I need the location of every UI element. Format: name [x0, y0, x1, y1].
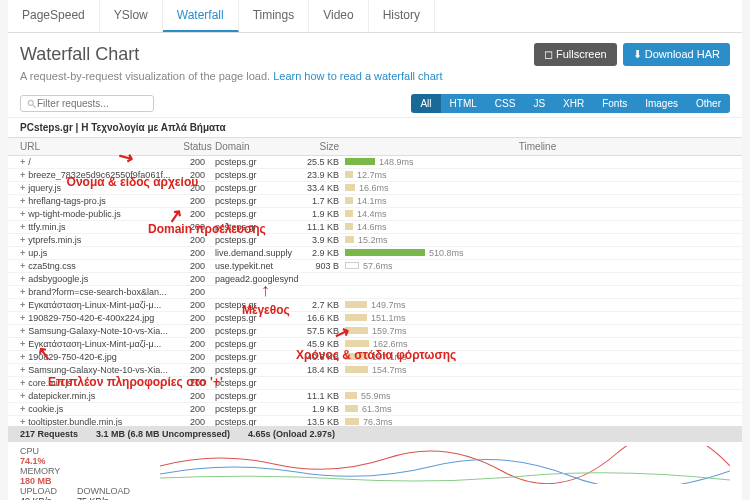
- table-row[interactable]: +breeze_7832e5d9c62550f9fa061f...200pcst…: [8, 169, 742, 182]
- filter-all[interactable]: All: [411, 94, 440, 113]
- search-input[interactable]: [37, 98, 147, 109]
- table-row[interactable]: +ytprefs.min.js200pcsteps.gr3.9 KB15.2ms: [8, 234, 742, 247]
- tab-timings[interactable]: Timings: [239, 0, 310, 32]
- table-row[interactable]: +190829-750-420-€.jpg200pcsteps.gr40.6 K…: [8, 351, 742, 364]
- table-row[interactable]: +jquery.js200pcsteps.gr33.4 KB16.6ms: [8, 182, 742, 195]
- table-row[interactable]: +datepicker.min.js200pcsteps.gr11.1 KB55…: [8, 390, 742, 403]
- col-status[interactable]: Status: [180, 141, 215, 152]
- table-row[interactable]: +core.min.js200pcsteps.gr: [8, 377, 742, 390]
- tab-pagespeed[interactable]: PageSpeed: [8, 0, 100, 32]
- fullscreen-button[interactable]: ◻ Fullscreen: [534, 43, 617, 66]
- col-domain[interactable]: Domain: [215, 141, 295, 152]
- expand-icon[interactable]: +: [20, 209, 25, 219]
- col-url[interactable]: URL: [20, 141, 180, 152]
- expand-icon[interactable]: +: [20, 248, 25, 258]
- table-row[interactable]: +ttfy.min.js200pcsteps.gr11.1 KB14.6ms: [8, 221, 742, 234]
- filter-css[interactable]: CSS: [486, 94, 525, 113]
- subtitle: A request-by-request visualization of th…: [8, 70, 742, 90]
- expand-icon[interactable]: +: [20, 417, 25, 426]
- metrics-graph: [160, 446, 730, 484]
- filter-other[interactable]: Other: [687, 94, 730, 113]
- table-row[interactable]: +cookie.js200pcsteps.gr1.9 KB61.3ms: [8, 403, 742, 416]
- summary-bar: 217 Requests 3.1 MB (6.8 MB Uncompressed…: [8, 426, 742, 442]
- filter-html[interactable]: HTML: [441, 94, 486, 113]
- learn-link[interactable]: Learn how to read a waterfall chart: [273, 70, 442, 82]
- expand-icon[interactable]: +: [20, 183, 25, 193]
- table-row[interactable]: +up.js200live.demand.supply2.9 KB510.8ms: [8, 247, 742, 260]
- expand-icon[interactable]: +: [20, 222, 25, 232]
- col-timeline[interactable]: Timeline: [345, 141, 730, 152]
- expand-icon[interactable]: +: [20, 378, 25, 388]
- table-row[interactable]: +Samsung-Galaxy-Note-10-vs-Xia...200pcst…: [8, 364, 742, 377]
- expand-icon[interactable]: +: [20, 300, 25, 310]
- expand-icon[interactable]: +: [20, 365, 25, 375]
- tab-history[interactable]: History: [369, 0, 435, 32]
- tab-video[interactable]: Video: [309, 0, 368, 32]
- expand-icon[interactable]: +: [20, 157, 25, 167]
- expand-icon[interactable]: +: [20, 391, 25, 401]
- table-row[interactable]: +hreflang-tags-pro.js200pcsteps.gr1.7 KB…: [8, 195, 742, 208]
- table-row[interactable]: +190829-750-420-€-400x224.jpg200pcsteps.…: [8, 312, 742, 325]
- table-row[interactable]: +adsbygoogle.js200pagead2.googlesynd: [8, 273, 742, 286]
- table-row[interactable]: +brand?form=cse-search-box&lan...200: [8, 286, 742, 299]
- filter-xhr[interactable]: XHR: [554, 94, 593, 113]
- tab-yslow[interactable]: YSlow: [100, 0, 163, 32]
- expand-icon[interactable]: +: [20, 352, 25, 362]
- table-row[interactable]: +cza5tng.css200use.typekit.net903 B57.6m…: [8, 260, 742, 273]
- expand-icon[interactable]: +: [20, 339, 25, 349]
- metrics-row: CPU 74.1% MEMORY 180 MB UPLOAD40 KB/s DO…: [8, 442, 742, 500]
- svg-point-0: [28, 100, 33, 105]
- download-har-button[interactable]: ⬇ Download HAR: [623, 43, 730, 66]
- search-icon: [27, 99, 37, 109]
- expand-icon[interactable]: +: [20, 326, 25, 336]
- main-tabs: PageSpeedYSlowWaterfallTimingsVideoHisto…: [8, 0, 742, 33]
- filter-group: AllHTMLCSSJSXHRFontsImagesOther: [411, 94, 730, 113]
- expand-icon[interactable]: +: [20, 196, 25, 206]
- expand-icon[interactable]: +: [20, 287, 25, 297]
- har-page-title: PCsteps.gr | Η Τεχνολογία με Απλά Βήματα: [8, 118, 742, 138]
- table-row[interactable]: +wp-tight-mode-public.js200pcsteps.gr1.9…: [8, 208, 742, 221]
- search-input-wrap[interactable]: [20, 95, 154, 112]
- table-body[interactable]: +/200pcsteps.gr25.5 KB148.9ms+breeze_783…: [8, 156, 742, 426]
- expand-icon[interactable]: +: [20, 261, 25, 271]
- filter-fonts[interactable]: Fonts: [593, 94, 636, 113]
- table-row[interactable]: +Εγκατάσταση-Linux-Mint-μαζί-μ...200pcst…: [8, 338, 742, 351]
- expand-icon[interactable]: +: [20, 313, 25, 323]
- table-row[interactable]: +Samsung-Galaxy-Note-10-vs-Xia...200pcst…: [8, 325, 742, 338]
- filter-js[interactable]: JS: [524, 94, 554, 113]
- tab-waterfall[interactable]: Waterfall: [163, 0, 239, 32]
- table-row[interactable]: +tooltipster.bundle.min.js200pcsteps.gr1…: [8, 416, 742, 426]
- page-title: Waterfall Chart: [20, 44, 139, 65]
- expand-icon[interactable]: +: [20, 170, 25, 180]
- col-size[interactable]: Size: [295, 141, 345, 152]
- table-row[interactable]: +Εγκατάσταση-Linux-Mint-μαζί-μ...200pcst…: [8, 299, 742, 312]
- filter-images[interactable]: Images: [636, 94, 687, 113]
- expand-icon[interactable]: +: [20, 274, 25, 284]
- expand-icon[interactable]: +: [20, 235, 25, 245]
- expand-icon[interactable]: +: [20, 404, 25, 414]
- svg-line-1: [33, 104, 36, 107]
